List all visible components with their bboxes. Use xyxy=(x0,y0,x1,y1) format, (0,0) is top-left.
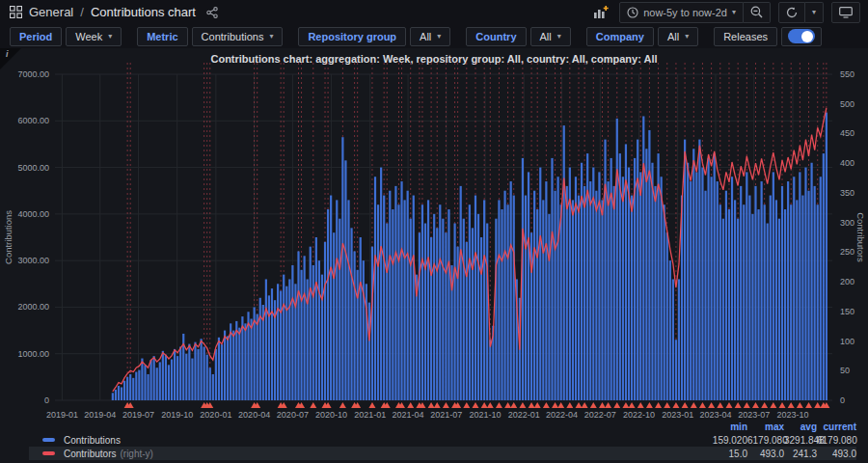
svg-text:2022-07: 2022-07 xyxy=(584,410,616,420)
svg-text:2023-07: 2023-07 xyxy=(738,410,770,420)
chevron-down-icon: ▾ xyxy=(732,8,736,16)
svg-text:3000.00: 3000.00 xyxy=(17,256,49,265)
chevron-down-icon: ▾ xyxy=(108,32,112,41)
timeseries-chart[interactable]: 01000.002000.003000.004000.005000.006000… xyxy=(0,48,868,463)
stat-header-max[interactable]: max xyxy=(747,422,784,432)
svg-text:1000.00: 1000.00 xyxy=(17,349,49,359)
svg-text:5000.00: 5000.00 xyxy=(17,163,49,173)
svg-text:2023-01: 2023-01 xyxy=(662,410,693,420)
svg-text:2021-04: 2021-04 xyxy=(393,410,424,420)
stat-current: 493.0 xyxy=(817,449,856,459)
legend-row-contributions: Contributions 159.020 6179.080 3291.848 … xyxy=(0,433,868,447)
releases-toggle-chip xyxy=(781,27,822,46)
svg-text:100: 100 xyxy=(840,337,854,346)
svg-text:7000.00: 7000.00 xyxy=(17,69,49,79)
stat-min: 15.0 xyxy=(688,449,747,459)
svg-text:2022-01: 2022-01 xyxy=(508,410,540,420)
release-markers xyxy=(124,402,830,408)
svg-text:550: 550 xyxy=(840,69,854,79)
svg-text:300: 300 xyxy=(840,218,854,228)
chevron-down-icon: ▾ xyxy=(269,32,273,41)
stat-max: 493.0 xyxy=(747,449,784,459)
period-value: Week xyxy=(75,31,102,42)
stat-max: 6179.080 xyxy=(747,435,784,446)
svg-text:2000.00: 2000.00 xyxy=(17,302,49,312)
metric-label: Metric xyxy=(137,27,187,46)
country-select[interactable]: All ▾ xyxy=(530,27,571,46)
svg-text:2019-01: 2019-01 xyxy=(46,410,78,420)
svg-text:250: 250 xyxy=(840,247,854,257)
period-label: Period xyxy=(10,27,62,46)
period-select[interactable]: Week ▾ xyxy=(66,27,122,46)
svg-text:2020-10: 2020-10 xyxy=(315,410,347,420)
toggle-knob xyxy=(801,31,813,42)
kiosk-mode-button[interactable] xyxy=(831,2,860,23)
time-range-group: now-5y to now-2d ▾ xyxy=(619,2,771,23)
svg-text:2022-04: 2022-04 xyxy=(546,410,578,420)
series-color-marker xyxy=(42,451,55,455)
clock-icon xyxy=(627,7,638,18)
monitor-icon xyxy=(839,7,853,18)
stat-header-min[interactable]: min xyxy=(688,422,747,432)
time-range-label: now-5y to now-2d xyxy=(643,7,727,18)
toolbar-right: now-5y to now-2d ▾ ▾ xyxy=(590,2,860,23)
series-label: Contributors xyxy=(64,449,116,459)
legend-item-contributors[interactable]: Contributors (right-y) xyxy=(42,449,153,459)
stat-header-avg[interactable]: avg xyxy=(784,422,817,432)
company-select[interactable]: All ▾ xyxy=(658,27,698,46)
svg-text:350: 350 xyxy=(840,188,854,198)
svg-text:6000.00: 6000.00 xyxy=(17,116,49,125)
country-label: Country xyxy=(466,27,526,46)
svg-text:0: 0 xyxy=(44,395,49,405)
svg-text:2020-01: 2020-01 xyxy=(200,410,231,420)
svg-text:4000.00: 4000.00 xyxy=(17,209,49,219)
chevron-down-icon: ▾ xyxy=(437,32,441,41)
time-range-picker[interactable]: now-5y to now-2d ▾ xyxy=(619,2,744,23)
stat-header-current[interactable]: current xyxy=(817,422,856,432)
analytics-icon[interactable] xyxy=(590,2,611,23)
company-value: All xyxy=(667,31,679,42)
share-icon[interactable] xyxy=(206,7,218,18)
metric-select[interactable]: Contributions ▾ xyxy=(192,27,284,46)
repository-group-select[interactable]: All ▾ xyxy=(410,27,450,46)
svg-text:2023-04: 2023-04 xyxy=(699,410,731,420)
chart-panel: i Contributions chart: aggregation: Week… xyxy=(0,48,868,463)
stat-avg: 241.3 xyxy=(784,449,817,459)
top-navbar: General / Contributions chart xyxy=(0,0,868,24)
releases-toggle[interactable] xyxy=(788,29,815,43)
refresh-group: ▾ xyxy=(778,2,824,23)
svg-text:2019-07: 2019-07 xyxy=(122,410,154,420)
svg-text:2019-10: 2019-10 xyxy=(161,410,193,420)
breadcrumb-title[interactable]: Contributions chart xyxy=(91,5,196,19)
breadcrumb-section[interactable]: General xyxy=(29,5,73,19)
repository-group-label: Repository group xyxy=(298,27,406,46)
svg-text:2021-10: 2021-10 xyxy=(470,410,502,420)
svg-text:450: 450 xyxy=(840,128,854,138)
chevron-down-icon: ▾ xyxy=(557,32,561,41)
svg-text:2021-01: 2021-01 xyxy=(354,410,386,420)
svg-text:2019-04: 2019-04 xyxy=(84,410,116,420)
svg-text:Contributors: Contributors xyxy=(855,212,866,262)
refresh-icon xyxy=(786,7,798,18)
refresh-button[interactable] xyxy=(778,2,805,23)
filter-bar: Period Week ▾ Metric Contributions ▾ Rep… xyxy=(0,24,868,48)
svg-text:2023-10: 2023-10 xyxy=(776,410,808,420)
legend-item-contributions[interactable]: Contributions xyxy=(42,435,124,446)
metric-value: Contributions xyxy=(202,31,264,42)
legend-stats-header: min max avg current xyxy=(0,420,868,433)
release-lines xyxy=(127,63,827,400)
series-label: Contributions xyxy=(64,435,121,446)
stat-min: 159.020 xyxy=(688,435,747,446)
legend: min max avg current Contributions 159.02… xyxy=(0,420,868,460)
svg-text:2020-04: 2020-04 xyxy=(238,410,270,420)
series-color-marker xyxy=(42,438,55,442)
refresh-interval-dropdown[interactable]: ▾ xyxy=(805,2,824,23)
zoom-out-button[interactable] xyxy=(744,2,771,23)
country-value: All xyxy=(540,31,552,42)
stat-current: 6179.080 xyxy=(817,435,856,446)
releases-label: Releases xyxy=(723,31,768,42)
svg-text:2020-07: 2020-07 xyxy=(277,410,309,420)
dashboards-grid-icon[interactable] xyxy=(10,6,22,18)
svg-text:150: 150 xyxy=(840,307,854,316)
magnifier-minus-icon xyxy=(750,6,763,18)
